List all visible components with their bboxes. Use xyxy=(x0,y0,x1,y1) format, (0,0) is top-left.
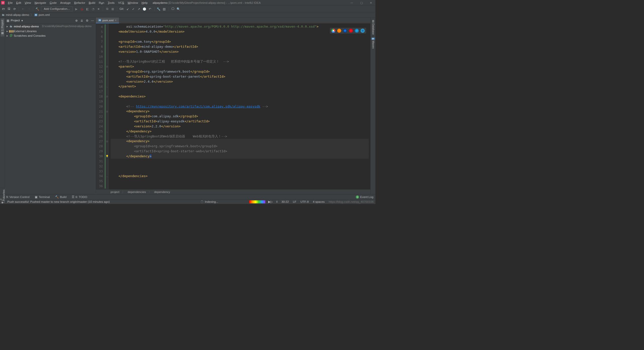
open-icon[interactable]: 🗁 xyxy=(2,7,5,11)
toolwindow-todo-tab[interactable]: ☰ 6: TODO xyxy=(72,195,87,199)
chevron-right-icon: 〉 xyxy=(30,13,33,17)
attach-icon[interactable]: ⧉ xyxy=(105,7,109,11)
indent-settings[interactable]: 4 spaces xyxy=(313,200,325,203)
gear-icon[interactable]: ⚙ xyxy=(85,19,89,22)
toolwindow-vcs-tab[interactable]: ↔ 9: Version Control xyxy=(2,195,29,198)
toolwindow-database-tab[interactable]: 🗄 Database xyxy=(371,18,375,36)
indexing-indicator: Indexing... xyxy=(201,200,218,203)
menu-analyze[interactable]: Analyze xyxy=(59,1,72,5)
tree-scratches[interactable]: ▸ 🗐 Scratches and Consoles xyxy=(5,33,96,38)
close-button[interactable]: ✕ xyxy=(370,1,372,4)
dropdown-icon[interactable]: ▾ xyxy=(21,19,23,22)
status-bar: ☐ Push successful: Pushed master to new … xyxy=(0,199,375,204)
menu-file[interactable]: FFileile xyxy=(7,1,14,5)
toolwindow-terminal-tab[interactable]: ▣ Terminal xyxy=(35,195,50,199)
menu-tools[interactable]: Tools xyxy=(106,1,116,5)
file-tab-pom[interactable]: m pom.xml ✕ xyxy=(96,18,119,23)
toolwindow-favorites-tab[interactable]: ★ 2: Favorites xyxy=(0,188,6,204)
edge-icon[interactable] xyxy=(360,29,365,33)
status-message: Push successful: Pushed master to new br… xyxy=(7,200,110,203)
line-separator[interactable]: LF xyxy=(293,200,296,203)
save-icon[interactable]: 🖫 xyxy=(7,7,11,11)
structure-icon[interactable]: ⊞ xyxy=(111,7,115,11)
crumb-root[interactable]: mind-alipay-demo xyxy=(6,13,29,16)
pause-icon[interactable]: ▶▷ xyxy=(268,200,272,204)
project-structure-icon[interactable]: ▤ xyxy=(162,7,166,11)
menu-run[interactable]: Run xyxy=(97,1,106,5)
tree-root[interactable]: ▸ 🖿 mind-alipay-demo D:\code\MyGiteeProj… xyxy=(5,24,96,29)
menu-navigate[interactable]: Navigate xyxy=(33,1,48,5)
history-icon[interactable]: 🕓 xyxy=(143,7,146,11)
crumb-dependency[interactable]: dependency xyxy=(154,190,170,193)
tree-external-libs[interactable]: ▸ ▮▮▮ External Libraries xyxy=(5,29,96,33)
minimize-button[interactable]: — xyxy=(350,1,353,4)
profile-icon[interactable]: ◔ xyxy=(91,7,95,11)
project-tool-window: ▦ Project ▾ ⊕ ⇊ ⚙ — ▸ 🖿 mind-alipay-demo… xyxy=(5,18,96,194)
hide-icon[interactable]: — xyxy=(91,19,94,22)
maven-file-icon: m xyxy=(34,14,37,16)
project-tree[interactable]: ▸ 🖿 mind-alipay-demo D:\code\MyGiteeProj… xyxy=(5,23,96,194)
safari-icon[interactable] xyxy=(343,29,347,33)
forward-icon[interactable]: → xyxy=(27,7,31,11)
toolbar: 🗁 🖫 ⟳ ← → 🔨 Add Configuration... ▶ 🐞 ◧ ◔… xyxy=(0,6,375,12)
run-config-select[interactable]: Add Configuration... xyxy=(41,7,72,11)
main-menu: FFileile Edit View Navigate Code Analyze… xyxy=(7,1,149,5)
run-icon[interactable]: ▶ xyxy=(74,7,78,11)
window-title: alipaydemo [D:\code\MyGiteeProject\mind-… xyxy=(153,1,261,4)
build-icon[interactable]: 🔨 xyxy=(35,7,39,11)
menu-code[interactable]: Code xyxy=(48,1,58,5)
navigation-breadcrumb: 🖿 mind-alipay-demo 〉 m pom.xml xyxy=(0,12,375,18)
maximize-button[interactable]: ▢ xyxy=(360,1,363,4)
menu-vcs[interactable]: VCS xyxy=(117,1,126,5)
menu-view[interactable]: View xyxy=(23,1,33,5)
stop-icon[interactable]: ■ xyxy=(97,7,100,11)
vcs-push-icon[interactable]: ↗ xyxy=(137,7,141,11)
bottom-toolwindow-bar: ↔ 9: Version Control ▣ Terminal 🔨 Build … xyxy=(0,194,375,199)
vcs-commit-icon[interactable]: ✓ xyxy=(131,7,135,11)
title-bar: IJ FFileile Edit View Navigate Code Anal… xyxy=(0,0,375,6)
menu-edit[interactable]: Edit xyxy=(15,1,23,5)
nyan-progress-bar xyxy=(249,200,265,203)
fold-gutter[interactable]: ⊟⌞⊟⊟⌞⊟💡⌞ xyxy=(106,23,109,189)
locate-icon[interactable]: ⊕ xyxy=(75,19,78,22)
refresh-icon[interactable]: ⟳ xyxy=(13,7,16,11)
editor-breadcrumb: project 〉 dependencies 〉 dependency xyxy=(96,189,370,194)
git-label: Git: xyxy=(119,7,124,11)
toolwindow-build-tab[interactable]: 🔨 Build xyxy=(55,195,66,199)
ie-icon[interactable] xyxy=(355,29,359,33)
watermark-text: https://blog.csdn.net/qq_40700106 xyxy=(329,200,374,203)
coverage-icon[interactable]: ◧ xyxy=(86,7,89,11)
toolwindow-project-tab[interactable]: ▦ 1: Project xyxy=(1,18,4,36)
vcs-update-icon[interactable]: ↙ xyxy=(126,7,130,11)
close-tab-icon[interactable]: ✕ xyxy=(115,19,117,22)
open-in-browser-panel xyxy=(330,28,366,34)
firefox-icon[interactable] xyxy=(337,29,341,33)
stop-icon[interactable]: ⏸ xyxy=(275,200,278,203)
menu-refactor[interactable]: Refactor xyxy=(73,1,87,5)
app-icon: IJ xyxy=(1,1,5,5)
rollback-icon[interactable]: ↶ xyxy=(148,7,152,11)
collapse-icon[interactable]: ⇊ xyxy=(80,19,84,22)
folder-icon: 🖿 xyxy=(2,13,5,16)
code-editor[interactable]: xsi:schemaLocation="http://maven.apache.… xyxy=(109,23,371,189)
settings-icon[interactable]: 🔧 xyxy=(157,7,160,11)
cursor-position[interactable]: 30:22 xyxy=(281,200,289,203)
project-panel-icon: ▦ xyxy=(7,19,9,22)
file-encoding[interactable]: UTF-8 xyxy=(300,200,309,203)
search-everywhere-icon[interactable]: 🔍 xyxy=(177,7,180,11)
menu-window[interactable]: Window xyxy=(126,1,140,5)
menu-build[interactable]: Build xyxy=(87,1,97,5)
project-panel-title: Project xyxy=(11,19,20,22)
opera-icon[interactable] xyxy=(349,29,353,33)
menu-help[interactable]: Help xyxy=(140,1,149,5)
event-log-button[interactable]: 1Event Log xyxy=(356,195,373,198)
toolwindow-maven-tab[interactable]: m Maven xyxy=(371,36,375,50)
chrome-icon[interactable] xyxy=(331,29,335,33)
crumb-project[interactable]: project xyxy=(111,190,119,193)
crumb-file[interactable]: pom.xml xyxy=(39,13,50,16)
back-icon[interactable]: ← xyxy=(21,7,25,11)
presentation-icon[interactable]: 🖵 xyxy=(171,7,175,11)
debug-icon[interactable]: 🐞 xyxy=(80,7,84,11)
crumb-dependencies[interactable]: dependencies xyxy=(128,190,146,193)
spinner-icon xyxy=(201,201,203,203)
